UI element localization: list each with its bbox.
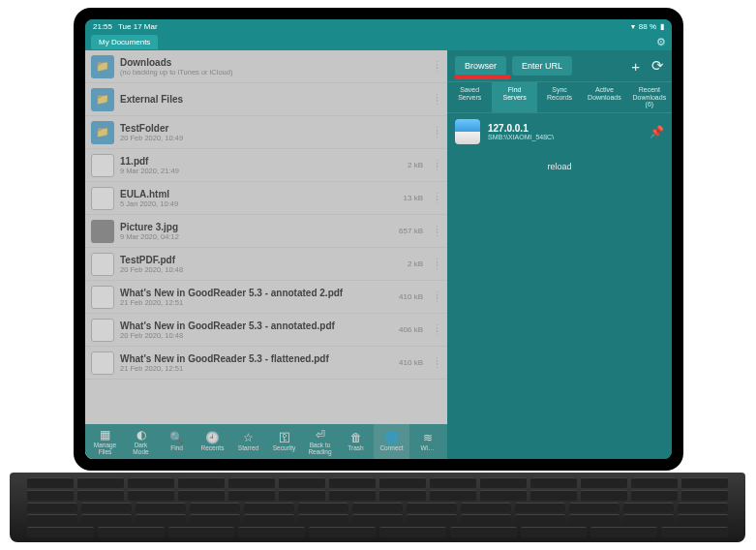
document-icon <box>91 187 114 210</box>
pin-icon[interactable]: 📌 <box>650 125 664 138</box>
reload-button[interactable]: reload <box>447 150 672 183</box>
file-name: Picture 3.jpg <box>120 222 393 232</box>
browser-button[interactable]: Browser <box>455 56 506 76</box>
keyboard-key <box>190 514 240 525</box>
toolbar-label: Find <box>170 444 183 451</box>
tab-find-servers[interactable]: Find Servers <box>492 82 536 112</box>
screen: 21:55 Tue 17 Mar ▾ 88 % ▮ My Documents ⚙… <box>85 19 672 459</box>
file-subtitle: 20 Feb 2020, 10:49 <box>120 134 417 142</box>
file-row[interactable]: 📁Downloads(no backing up to iTunes or iC… <box>85 50 447 83</box>
file-row[interactable]: 11.pdf9 Mar 2020, 21:492 kB⋮⋮ <box>85 149 447 182</box>
battery-percent: 88 % <box>639 22 656 31</box>
toolbar-connect[interactable]: 🌐Connect <box>374 424 409 459</box>
file-row[interactable]: EULA.html5 Jan 2020, 10:4913 kB⋮⋮ <box>85 182 447 215</box>
toolbar-label: Trash <box>348 444 363 451</box>
toolbar-security[interactable]: ⚿Security <box>266 424 302 459</box>
image-thumbnail-icon <box>91 220 114 243</box>
file-size: 410 kB <box>399 292 423 301</box>
file-row[interactable]: TestPDF.pdf20 Feb 2020, 10:482 kB⋮⋮ <box>85 248 447 281</box>
bottom-toolbar: ▦Manage Files◐Dark Mode🔍Find🕘Recents☆Sta… <box>85 424 447 459</box>
refresh-icon[interactable]: ⟳ <box>651 57 664 75</box>
drag-handle-icon[interactable]: ⋮⋮ <box>433 326 441 334</box>
keyboard-key <box>244 503 294 513</box>
keyboard-key <box>178 477 225 488</box>
toolbar-trash[interactable]: 🗑Trash <box>338 424 374 459</box>
drag-handle-icon[interactable]: ⋮⋮ <box>433 162 441 169</box>
tab-recent-downloads[interactable]: Recent Downloads (6) <box>627 82 672 112</box>
toolbar-starred[interactable]: ☆Starred <box>230 424 266 459</box>
keyboard-key <box>298 503 348 513</box>
document-icon <box>91 154 114 177</box>
keyboard-key <box>128 490 174 501</box>
drag-handle-icon[interactable]: ⋮⋮ <box>433 293 441 301</box>
file-row[interactable]: 📁External Files⋮⋮ <box>85 83 447 116</box>
status-bar: 21:55 Tue 17 Mar ▾ 88 % ▮ <box>85 19 672 33</box>
keyboard-key <box>309 527 376 537</box>
toolbar-wi-[interactable]: ≋Wi… <box>409 424 445 459</box>
file-subtitle: 20 Feb 2020, 10:48 <box>120 265 402 274</box>
keyboard-key <box>228 490 275 501</box>
wifi-icon: ▾ <box>631 22 635 31</box>
file-row[interactable]: What's New in GoodReader 5.3 - annotated… <box>85 314 447 347</box>
tab-active-downloads[interactable]: Active Downloads <box>582 82 626 112</box>
keyboard-key <box>681 490 728 501</box>
star-icon: ☆ <box>243 432 254 443</box>
tab-my-documents[interactable]: My Documents <box>91 35 158 49</box>
settings-icon[interactable]: ⚙ <box>656 36 666 48</box>
toolbar-recents[interactable]: 🕘Recents <box>195 424 230 459</box>
status-date: Tue 17 Mar <box>118 22 158 31</box>
server-row[interactable]: 127.0.0.1 SMB:\\XIAOMI_548C\ 📌 <box>447 113 672 150</box>
keyboard-key <box>136 514 186 525</box>
keyboard-key <box>27 477 74 488</box>
keyboard-key <box>329 490 376 501</box>
file-row[interactable]: Picture 3.jpg9 Mar 2020, 04:12657 kB⋮⋮ <box>85 215 447 248</box>
keyboard-key <box>569 503 620 513</box>
table-icon: ▦ <box>100 429 110 441</box>
keyboard-key <box>77 477 124 488</box>
file-subtitle: 21 Feb 2020, 12:51 <box>120 364 393 373</box>
file-name: TestPDF.pdf <box>120 255 402 265</box>
folder-icon: 📁 <box>91 55 114 78</box>
file-row[interactable]: What's New in GoodReader 5.3 - annotated… <box>85 281 447 314</box>
keyboard-row <box>27 514 728 525</box>
drag-handle-icon[interactable]: ⋮⋮ <box>433 96 441 104</box>
file-row[interactable]: What's New in GoodReader 5.3 - flattened… <box>85 347 447 380</box>
toolbar-label: Manage Files <box>94 442 117 455</box>
file-list[interactable]: 📁Downloads(no backing up to iTunes or iC… <box>85 50 447 424</box>
keyboard-key <box>678 503 728 513</box>
file-name: What's New in GoodReader 5.3 - annotated… <box>120 321 393 331</box>
toolbar-back-to-reading[interactable]: ⏎Back to Reading <box>302 424 338 459</box>
keyboard-key <box>590 527 657 537</box>
file-name: 11.pdf <box>120 156 402 167</box>
tab-saved-servers[interactable]: Saved Servers <box>447 82 492 112</box>
drag-handle-icon[interactable]: ⋮⋮ <box>433 129 441 137</box>
file-size: 2 kB <box>408 260 423 268</box>
file-size: 657 kB <box>399 227 423 235</box>
keyboard-key <box>77 490 124 501</box>
tab-sync-records[interactable]: Sync Records <box>537 82 582 112</box>
keyboard-key <box>461 503 511 513</box>
keyboard-key <box>279 477 325 488</box>
drag-handle-icon[interactable]: ⋮⋮ <box>433 63 441 71</box>
toolbar-label: Recents <box>201 444 225 451</box>
search-icon: 🔍 <box>169 432 184 443</box>
file-row[interactable]: 📁TestFolder20 Feb 2020, 10:49⋮⋮ <box>85 116 447 149</box>
enter-url-button[interactable]: Enter URL <box>512 56 572 76</box>
drag-handle-icon[interactable]: ⋮⋮ <box>433 195 441 202</box>
drag-handle-icon[interactable]: ⋮⋮ <box>433 260 441 268</box>
plus-icon[interactable]: + <box>631 58 640 75</box>
keyboard-key <box>352 514 403 525</box>
toolbar-find[interactable]: 🔍Find <box>159 424 195 459</box>
toolbar-dark-mode[interactable]: ◐Dark Mode <box>123 424 159 459</box>
tablet-frame: 21:55 Tue 17 Mar ▾ 88 % ▮ My Documents ⚙… <box>74 8 683 471</box>
keyboard-key <box>515 514 565 525</box>
keyboard-key <box>190 503 240 513</box>
document-icon <box>91 319 114 342</box>
drag-handle-icon[interactable]: ⋮⋮ <box>433 228 441 235</box>
keyboard-key <box>279 490 325 501</box>
drag-handle-icon[interactable]: ⋮⋮ <box>433 359 441 367</box>
toolbar-manage-files[interactable]: ▦Manage Files <box>87 424 123 459</box>
file-subtitle: 20 Feb 2020, 10:48 <box>120 331 393 340</box>
keyboard-key <box>530 490 577 501</box>
keyboard-key <box>681 477 728 488</box>
